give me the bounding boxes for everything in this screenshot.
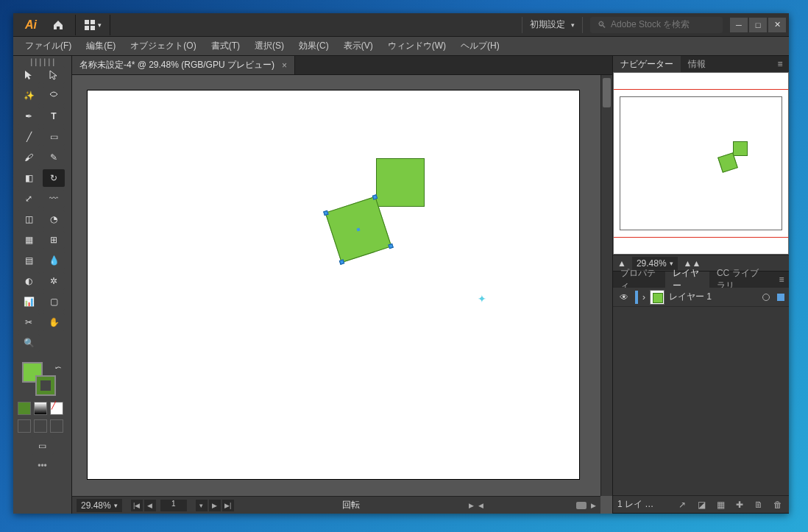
selection-tool[interactable] <box>18 66 40 84</box>
create-sublayer-button[interactable]: ▦ <box>714 498 727 511</box>
rectangle-tool[interactable]: ▭ <box>43 128 65 146</box>
magic-wand-tool[interactable]: ✨ <box>18 87 40 104</box>
symbol-sprayer-tool[interactable]: ✲ <box>43 272 65 290</box>
slice-tool[interactable]: ✂ <box>18 313 40 331</box>
rotate-tool[interactable]: ↻ <box>43 169 65 187</box>
svg-rect-3 <box>91 26 95 30</box>
edit-toolbar[interactable]: ••• <box>18 461 67 471</box>
locate-object-button[interactable]: ↗ <box>676 498 689 511</box>
menu-file[interactable]: ファイル(F) <box>18 37 79 56</box>
screen-mode-button[interactable]: ▭ <box>32 437 54 455</box>
horizontal-scrollbar-thumb[interactable] <box>576 502 586 509</box>
home-button[interactable] <box>46 15 71 35</box>
delete-layer-button[interactable]: 🗑 <box>771 498 784 511</box>
scroll-left-button[interactable]: ▶ <box>469 502 474 509</box>
close-tab-button[interactable]: × <box>282 60 287 71</box>
tab-properties[interactable]: プロパティ <box>613 272 665 288</box>
none-mode-button[interactable]: ╱ <box>50 402 63 415</box>
tab-info[interactable]: 情報 <box>681 56 713 72</box>
zoom-tool[interactable]: 🔍 <box>18 334 40 352</box>
last-artboard-button[interactable]: ▶| <box>222 500 234 511</box>
rotation-origin-marker[interactable]: ✦ <box>478 293 486 305</box>
next-artboard-button[interactable]: ▶ <box>209 500 221 511</box>
tab-cc-libraries[interactable]: CC ライブラリ <box>709 272 774 288</box>
tab-navigator[interactable]: ナビゲーター <box>613 56 681 72</box>
layer-row[interactable]: 👁 › レイヤー 1 <box>613 288 789 307</box>
scale-tool[interactable]: ⤢ <box>18 190 40 208</box>
selection-handle[interactable] <box>388 244 394 249</box>
shape-builder-tool[interactable]: ◔ <box>43 210 65 228</box>
document-area: 名称未設定-4* @ 29.48% (RGB/GPU プレビュー) × ✦ <box>72 56 612 514</box>
minimize-button[interactable]: ─ <box>730 18 748 32</box>
pencil-tool[interactable]: ✎ <box>43 149 65 166</box>
artboard-nav-dropdown[interactable]: ▾ <box>196 500 208 511</box>
disclosure-triangle[interactable]: › <box>642 292 645 302</box>
line-tool[interactable]: ╱ <box>18 128 40 146</box>
free-transform-tool[interactable]: ◫ <box>18 210 40 228</box>
stroke-swatch[interactable] <box>35 375 56 396</box>
width-tool[interactable]: 〰 <box>43 190 65 208</box>
scroll-right-button[interactable]: ◀ <box>478 502 483 509</box>
color-mode-button[interactable] <box>18 402 31 415</box>
menu-select[interactable]: 選択(S) <box>247 37 291 56</box>
menu-help[interactable]: ヘルプ(H) <box>453 37 507 56</box>
document-tab[interactable]: 名称未設定-4* @ 29.48% (RGB/GPU プレビュー) × <box>72 56 295 74</box>
rectangle-shape[interactable] <box>376 158 425 207</box>
menu-effect[interactable]: 効果(C) <box>291 37 336 56</box>
menu-view[interactable]: 表示(V) <box>336 37 380 56</box>
gradient-mode-button[interactable] <box>34 402 47 415</box>
menu-window[interactable]: ウィンドウ(W) <box>380 37 453 56</box>
make-clipping-mask-button[interactable]: ◪ <box>695 498 708 511</box>
type-tool[interactable]: T <box>43 107 65 125</box>
hand-tool[interactable]: ✋ <box>43 313 65 331</box>
close-button[interactable]: ✕ <box>768 18 786 32</box>
mesh-tool[interactable]: ⊞ <box>43 231 65 249</box>
eyedropper-tool[interactable]: 💧 <box>43 252 65 269</box>
artboard-tool[interactable]: ▢ <box>43 293 65 311</box>
blend-tool[interactable]: ◐ <box>18 272 40 290</box>
target-icon[interactable] <box>762 294 770 301</box>
tab-layers[interactable]: レイヤー <box>665 272 709 288</box>
create-new-layer-button[interactable]: 🗎 <box>752 498 765 511</box>
gradient-tool[interactable]: ▤ <box>18 252 40 269</box>
pen-tool[interactable]: ✒ <box>18 107 40 125</box>
menu-type[interactable]: 書式(T) <box>204 37 247 56</box>
column-graph-tool[interactable]: 📊 <box>18 293 40 311</box>
artboard[interactable]: ✦ <box>87 90 580 480</box>
lasso-tool[interactable] <box>43 87 65 104</box>
center-point[interactable] <box>356 227 360 231</box>
zoom-selector[interactable]: 29.48% ▾ <box>77 499 122 512</box>
paintbrush-tool[interactable]: 🖌 <box>18 149 40 166</box>
create-layer-button[interactable]: ✚ <box>733 498 746 511</box>
arrange-documents-button[interactable]: ▾ <box>75 15 110 35</box>
perspective-grid-tool[interactable]: ▦ <box>18 231 40 249</box>
panel-menu-button[interactable]: ≡ <box>774 272 789 288</box>
selection-handle[interactable] <box>323 210 329 216</box>
direct-selection-tool[interactable] <box>43 66 65 84</box>
swap-fill-stroke[interactable]: ⤺ <box>55 363 61 372</box>
stock-search[interactable]: 🔍︎ Adobe Stock を検索 <box>590 17 723 33</box>
eraser-tool[interactable]: ◧ <box>18 169 40 187</box>
draw-normal[interactable] <box>18 419 31 433</box>
layer-name[interactable]: レイヤー 1 <box>669 291 712 303</box>
navigator-preview[interactable] <box>613 72 789 255</box>
maximize-button[interactable]: □ <box>749 18 767 32</box>
canvas[interactable]: ✦ 29.48% ▾ |◀ ◀ 1 ▾ <box>72 75 612 514</box>
selection-indicator[interactable] <box>777 294 784 301</box>
chevron-down-icon: ▾ <box>98 21 102 29</box>
selection-handle[interactable] <box>339 259 345 265</box>
menu-edit[interactable]: 編集(E) <box>79 37 123 56</box>
panel-menu-button[interactable]: ≡ <box>771 56 789 72</box>
first-artboard-button[interactable]: |◀ <box>131 500 143 511</box>
scroll-right-arrow[interactable]: ▶ <box>591 502 596 509</box>
visibility-toggle[interactable]: 👁 <box>617 292 631 302</box>
artboard-number-field[interactable]: 1 <box>160 500 187 511</box>
panel-grip[interactable]: ┃┃┃┃┃┃ <box>18 59 67 66</box>
vertical-scrollbar[interactable] <box>600 75 612 496</box>
scrollbar-thumb[interactable] <box>603 78 611 107</box>
workspace-selector[interactable]: 初期設定 ▾ <box>522 17 583 33</box>
prev-artboard-button[interactable]: ◀ <box>144 500 156 511</box>
draw-behind[interactable] <box>34 419 47 433</box>
menu-object[interactable]: オブジェクト(O) <box>123 37 203 56</box>
draw-inside[interactable] <box>50 419 63 433</box>
